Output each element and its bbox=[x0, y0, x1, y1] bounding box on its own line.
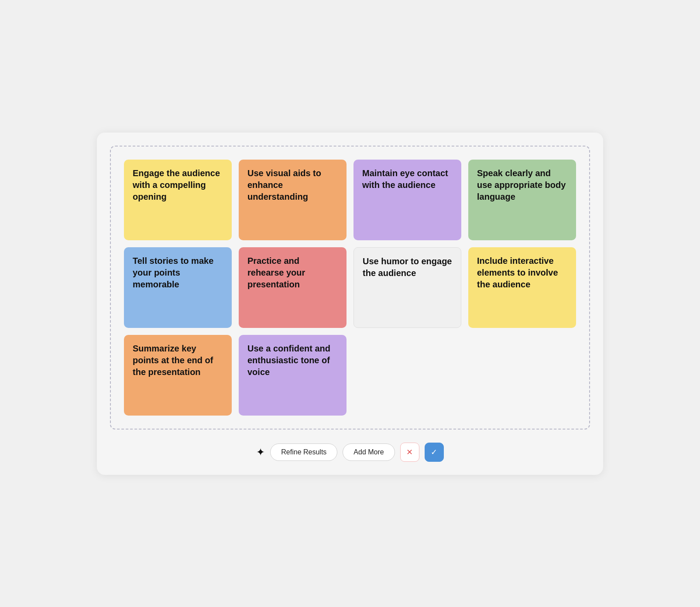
card-9[interactable]: Summarize key points at the end of the p… bbox=[124, 335, 232, 416]
card-7[interactable]: Use humor to engage the audience bbox=[353, 247, 461, 328]
sparkle-icon: ✦ bbox=[256, 446, 265, 458]
dashed-border-area: Engage the audience with a compelling op… bbox=[110, 146, 590, 430]
close-button[interactable]: ✕ bbox=[400, 443, 419, 462]
check-icon: ✓ bbox=[431, 447, 437, 457]
card-8[interactable]: Include interactive elements to involve … bbox=[468, 247, 576, 328]
card-6[interactable]: Practice and rehearse your presentation bbox=[239, 247, 347, 328]
refine-results-button[interactable]: Refine Results bbox=[270, 443, 337, 461]
card-5[interactable]: Tell stories to make your points memorab… bbox=[124, 247, 232, 328]
toolbar: ✦ Refine Results Add More ✕ ✓ bbox=[110, 443, 590, 462]
cards-grid: Engage the audience with a compelling op… bbox=[124, 160, 576, 416]
card-10[interactable]: Use a confident and enthusiastic tone of… bbox=[239, 335, 347, 416]
confirm-button[interactable]: ✓ bbox=[425, 443, 444, 462]
close-icon: ✕ bbox=[406, 447, 413, 457]
card-4[interactable]: Speak clearly and use appropriate body l… bbox=[468, 160, 576, 240]
card-3[interactable]: Maintain eye contact with the audience bbox=[353, 160, 461, 240]
outer-container: Engage the audience with a compelling op… bbox=[97, 133, 603, 475]
add-more-button[interactable]: Add More bbox=[343, 443, 395, 461]
card-1[interactable]: Engage the audience with a compelling op… bbox=[124, 160, 232, 240]
card-2[interactable]: Use visual aids to enhance understanding bbox=[239, 160, 347, 240]
